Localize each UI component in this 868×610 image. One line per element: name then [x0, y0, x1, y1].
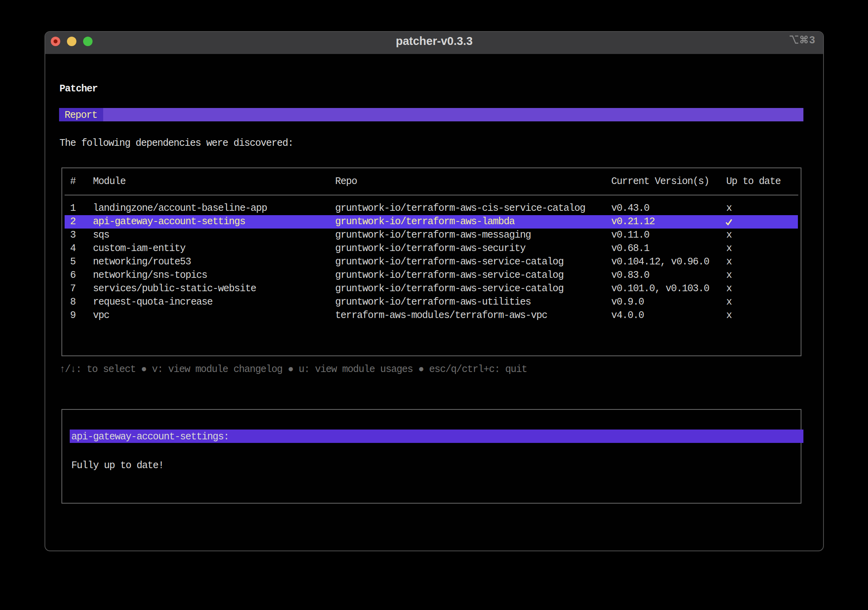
svg-text:3: 3 — [809, 34, 815, 45]
